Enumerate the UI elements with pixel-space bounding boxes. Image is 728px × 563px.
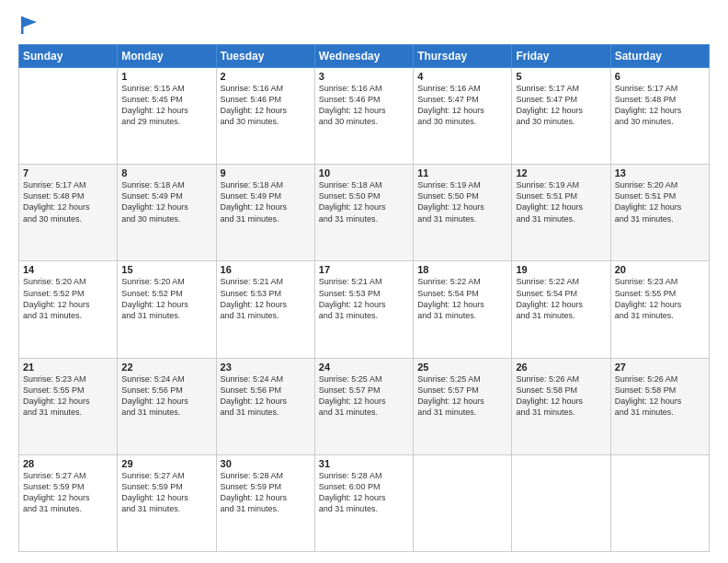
calendar-cell: 25Sunrise: 5:25 AM Sunset: 5:57 PM Dayli… [414,358,512,454]
day-details: Sunrise: 5:23 AM Sunset: 5:55 PM Dayligh… [23,373,113,419]
day-details: Sunrise: 5:18 AM Sunset: 5:50 PM Dayligh… [319,179,409,224]
calendar-week-row: 7Sunrise: 5:17 AM Sunset: 5:48 PM Daylig… [19,165,710,261]
day-number: 7 [23,167,113,178]
day-details: Sunrise: 5:20 AM Sunset: 5:51 PM Dayligh… [615,179,705,224]
day-number: 31 [319,458,409,469]
day-number: 26 [516,362,606,373]
calendar-cell: 10Sunrise: 5:18 AM Sunset: 5:50 PM Dayli… [314,165,413,261]
day-details: Sunrise: 5:25 AM Sunset: 5:57 PM Dayligh… [417,373,507,419]
day-details: Sunrise: 5:21 AM Sunset: 5:53 PM Dayligh… [221,276,311,321]
calendar-cell: 8Sunrise: 5:18 AM Sunset: 5:49 PM Daylig… [118,165,216,261]
day-number: 16 [221,264,311,275]
day-details: Sunrise: 5:16 AM Sunset: 5:46 PM Dayligh… [221,83,311,128]
day-number: 13 [615,167,705,178]
calendar-cell: 29Sunrise: 5:27 AM Sunset: 5:59 PM Dayli… [118,454,216,551]
calendar-cell: 21Sunrise: 5:23 AM Sunset: 5:55 PM Dayli… [19,358,118,454]
page: SundayMondayTuesdayWednesdayThursdayFrid… [0,0,728,563]
calendar-cell: 12Sunrise: 5:19 AM Sunset: 5:51 PM Dayli… [512,165,610,261]
day-number: 6 [615,71,705,82]
day-number: 28 [23,458,113,469]
day-number: 10 [319,167,409,178]
svg-rect-1 [21,17,24,34]
day-details: Sunrise: 5:20 AM Sunset: 5:52 PM Dayligh… [121,276,211,321]
day-details: Sunrise: 5:21 AM Sunset: 5:53 PM Dayligh… [319,276,409,321]
day-number: 15 [121,264,211,275]
day-number: 11 [417,167,507,178]
day-details: Sunrise: 5:19 AM Sunset: 5:50 PM Dayligh… [417,179,507,224]
day-details: Sunrise: 5:25 AM Sunset: 5:57 PM Dayligh… [319,373,409,419]
day-details: Sunrise: 5:20 AM Sunset: 5:52 PM Dayligh… [23,276,113,321]
calendar-cell: 27Sunrise: 5:26 AM Sunset: 5:58 PM Dayli… [610,358,709,454]
day-number: 19 [516,264,606,275]
day-number: 3 [319,71,409,82]
calendar-weekday-tuesday: Tuesday [216,45,314,68]
calendar-cell: 26Sunrise: 5:26 AM Sunset: 5:58 PM Dayli… [512,358,610,454]
calendar-header-row: SundayMondayTuesdayWednesdayThursdayFrid… [19,45,710,68]
calendar-cell: 2Sunrise: 5:16 AM Sunset: 5:46 PM Daylig… [216,68,314,165]
calendar-week-row: 21Sunrise: 5:23 AM Sunset: 5:55 PM Dayli… [19,358,710,454]
day-details: Sunrise: 5:16 AM Sunset: 5:47 PM Dayligh… [417,83,507,128]
day-number: 24 [319,362,409,373]
day-number: 29 [121,458,211,469]
calendar-cell: 23Sunrise: 5:24 AM Sunset: 5:56 PM Dayli… [216,358,314,454]
day-details: Sunrise: 5:18 AM Sunset: 5:49 PM Dayligh… [121,179,211,224]
day-number: 14 [23,264,113,275]
calendar-weekday-sunday: Sunday [19,45,118,68]
calendar-table: SundayMondayTuesdayWednesdayThursdayFrid… [18,44,710,552]
day-details: Sunrise: 5:28 AM Sunset: 6:00 PM Dayligh… [319,470,409,515]
day-details: Sunrise: 5:19 AM Sunset: 5:51 PM Dayligh… [516,179,606,224]
calendar-cell: 4Sunrise: 5:16 AM Sunset: 5:47 PM Daylig… [414,68,512,165]
day-number: 21 [23,362,113,373]
calendar-cell [19,68,118,165]
logo [18,17,39,35]
day-details: Sunrise: 5:17 AM Sunset: 5:47 PM Dayligh… [516,83,606,128]
day-details: Sunrise: 5:18 AM Sunset: 5:49 PM Dayligh… [221,179,311,224]
day-number: 4 [417,71,507,82]
calendar-cell: 17Sunrise: 5:21 AM Sunset: 5:53 PM Dayli… [314,261,413,358]
calendar-weekday-thursday: Thursday [414,45,512,68]
calendar-cell: 3Sunrise: 5:16 AM Sunset: 5:46 PM Daylig… [314,68,413,165]
day-details: Sunrise: 5:22 AM Sunset: 5:54 PM Dayligh… [417,276,507,321]
calendar-cell: 1Sunrise: 5:15 AM Sunset: 5:45 PM Daylig… [118,68,216,165]
calendar-week-row: 1Sunrise: 5:15 AM Sunset: 5:45 PM Daylig… [19,68,710,165]
calendar-weekday-saturday: Saturday [610,45,709,68]
header [18,17,710,35]
day-details: Sunrise: 5:22 AM Sunset: 5:54 PM Dayligh… [516,276,606,321]
calendar-cell [610,454,709,551]
calendar-weekday-friday: Friday [512,45,610,68]
calendar-cell: 14Sunrise: 5:20 AM Sunset: 5:52 PM Dayli… [19,261,118,358]
calendar-cell: 31Sunrise: 5:28 AM Sunset: 6:00 PM Dayli… [314,454,413,551]
day-number: 18 [417,264,507,275]
calendar-cell [512,454,610,551]
day-number: 30 [221,458,311,469]
calendar-cell: 24Sunrise: 5:25 AM Sunset: 5:57 PM Dayli… [314,358,413,454]
day-details: Sunrise: 5:26 AM Sunset: 5:58 PM Dayligh… [615,373,705,419]
calendar-cell: 30Sunrise: 5:28 AM Sunset: 5:59 PM Dayli… [216,454,314,551]
day-number: 12 [516,167,606,178]
day-number: 22 [121,362,211,373]
calendar-cell [414,454,512,551]
day-number: 27 [615,362,705,373]
day-details: Sunrise: 5:26 AM Sunset: 5:58 PM Dayligh… [516,373,606,419]
calendar-week-row: 14Sunrise: 5:20 AM Sunset: 5:52 PM Dayli… [19,261,710,358]
day-number: 2 [221,71,311,82]
day-number: 23 [221,362,311,373]
calendar-cell: 13Sunrise: 5:20 AM Sunset: 5:51 PM Dayli… [610,165,709,261]
calendar-cell: 22Sunrise: 5:24 AM Sunset: 5:56 PM Dayli… [118,358,216,454]
calendar-cell: 7Sunrise: 5:17 AM Sunset: 5:48 PM Daylig… [19,165,118,261]
day-details: Sunrise: 5:24 AM Sunset: 5:56 PM Dayligh… [121,373,211,419]
day-number: 25 [417,362,507,373]
logo-icon [20,15,39,35]
day-details: Sunrise: 5:16 AM Sunset: 5:46 PM Dayligh… [319,83,409,128]
day-details: Sunrise: 5:27 AM Sunset: 5:59 PM Dayligh… [23,470,113,515]
calendar-cell: 6Sunrise: 5:17 AM Sunset: 5:48 PM Daylig… [610,68,709,165]
calendar-weekday-wednesday: Wednesday [314,45,413,68]
calendar-cell: 20Sunrise: 5:23 AM Sunset: 5:55 PM Dayli… [610,261,709,358]
day-number: 20 [615,264,705,275]
day-details: Sunrise: 5:24 AM Sunset: 5:56 PM Dayligh… [221,373,311,419]
calendar-week-row: 28Sunrise: 5:27 AM Sunset: 5:59 PM Dayli… [19,454,710,551]
day-number: 8 [121,167,211,178]
day-number: 1 [121,71,211,82]
day-details: Sunrise: 5:17 AM Sunset: 5:48 PM Dayligh… [23,179,113,224]
calendar-cell: 15Sunrise: 5:20 AM Sunset: 5:52 PM Dayli… [118,261,216,358]
